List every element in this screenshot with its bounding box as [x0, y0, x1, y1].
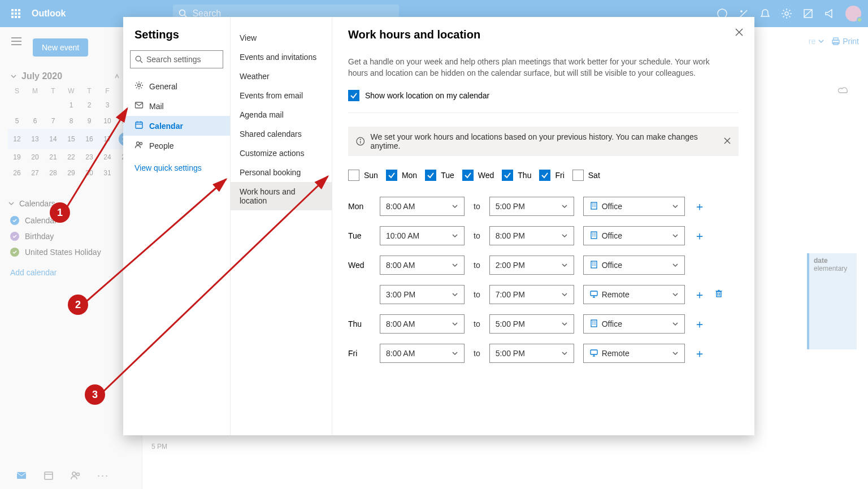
svg-point-34	[137, 142, 140, 145]
checkbox[interactable]	[502, 170, 513, 181]
start-time-select[interactable]: 8:00 AM	[380, 344, 465, 363]
settings-dialog: Settings Search settings General Mail Ca…	[123, 17, 754, 435]
add-slot-button[interactable]: ＋	[694, 346, 705, 361]
show-location-checkbox[interactable]	[348, 90, 359, 101]
add-slot-button[interactable]: ＋	[694, 199, 705, 214]
end-time-select[interactable]: 7:00 PM	[489, 285, 574, 304]
day-toggle-wed[interactable]: Wed	[462, 170, 494, 181]
settings-group-general[interactable]: General	[123, 76, 230, 96]
to-label: to	[474, 231, 480, 240]
building-icon	[589, 231, 598, 240]
monitor-icon	[589, 289, 598, 298]
day-label: Mon	[348, 202, 371, 211]
settings-sub-work hours and location[interactable]: Work hours and location	[231, 182, 332, 210]
svg-rect-30	[136, 122, 142, 128]
building-icon	[589, 319, 598, 328]
chevron-down-icon	[561, 262, 568, 269]
end-time-select[interactable]: 8:00 PM	[489, 226, 574, 245]
settings-title: Settings	[123, 28, 230, 50]
chevron-down-icon	[672, 350, 679, 357]
dismiss-info-button[interactable]	[724, 137, 731, 146]
settings-group-calendar[interactable]: Calendar	[123, 116, 230, 136]
close-button[interactable]	[735, 28, 743, 38]
start-time-select[interactable]: 8:00 AM	[380, 314, 465, 334]
start-time-select[interactable]: 8:00 AM	[380, 256, 465, 275]
start-time-select[interactable]: 3:00 PM	[380, 285, 465, 304]
check-icon	[541, 171, 549, 179]
location-select[interactable]: Remote	[583, 344, 685, 363]
chevron-down-icon	[672, 291, 679, 298]
svg-point-35	[140, 142, 142, 145]
mail-icon	[134, 101, 144, 111]
settings-sub-weather[interactable]: Weather	[231, 67, 332, 86]
day-toggle-tue[interactable]: Tue	[425, 170, 454, 181]
settings-nav: Settings Search settings General Mail Ca…	[123, 17, 231, 435]
chevron-down-icon	[561, 350, 568, 357]
checkbox[interactable]	[462, 170, 474, 181]
settings-search[interactable]: Search settings	[130, 50, 223, 68]
chevron-down-icon	[672, 321, 679, 327]
svg-line-27	[140, 60, 142, 63]
svg-rect-29	[136, 102, 143, 108]
chevron-down-icon	[561, 321, 568, 327]
location-select[interactable]: Office	[583, 226, 685, 245]
svg-rect-79	[591, 350, 597, 354]
svg-rect-50	[591, 232, 597, 239]
settings-sub-customize actions[interactable]: Customize actions	[231, 144, 332, 163]
check-icon	[464, 171, 472, 179]
settings-sub-agenda mail[interactable]: Agenda mail	[231, 105, 332, 124]
page-title: Work hours and location	[348, 28, 739, 41]
checkbox[interactable]	[348, 170, 359, 181]
settings-sub-view[interactable]: View	[231, 28, 332, 47]
check-icon	[427, 171, 435, 179]
day-toggle-sat[interactable]: Sat	[572, 170, 600, 181]
page-description: Get a handle on your week and help other…	[348, 56, 710, 79]
start-time-select[interactable]: 8:00 AM	[380, 197, 465, 216]
add-slot-button[interactable]: ＋	[694, 228, 705, 244]
settings-sub-events and invitations[interactable]: Events and invitations	[231, 47, 332, 67]
close-icon	[735, 28, 743, 36]
end-time-select[interactable]: 2:00 PM	[489, 256, 574, 275]
day-toggle-fri[interactable]: Fri	[539, 170, 564, 181]
hours-row-thu: Thu 8:00 AM to 5:00 PM Office ＋	[348, 314, 739, 334]
settings-sub-shared calendars[interactable]: Shared calendars	[231, 124, 332, 144]
annotation-badge-2: 2	[68, 295, 88, 315]
check-icon	[388, 171, 396, 179]
svg-rect-64	[591, 291, 597, 296]
svg-rect-43	[591, 202, 597, 209]
people-icon	[134, 140, 144, 151]
end-time-select[interactable]: 5:00 PM	[489, 344, 574, 363]
building-icon	[589, 201, 598, 210]
start-time-select[interactable]: 10:00 AM	[380, 226, 465, 245]
svg-point-40	[360, 139, 361, 140]
add-slot-button[interactable]: ＋	[694, 317, 705, 332]
checkbox[interactable]	[425, 170, 436, 181]
checkbox[interactable]	[572, 170, 584, 181]
chevron-down-icon	[452, 291, 458, 298]
end-time-select[interactable]: 5:00 PM	[489, 197, 574, 216]
settings-group-people[interactable]: People	[123, 136, 230, 155]
add-slot-button[interactable]: ＋	[694, 287, 705, 302]
location-select[interactable]: Office	[583, 197, 685, 216]
location-select[interactable]: Office	[583, 314, 685, 334]
day-toggle-thu[interactable]: Thu	[502, 170, 531, 181]
day-toggle-mon[interactable]: Mon	[386, 170, 417, 181]
end-time-select[interactable]: 5:00 PM	[489, 314, 574, 334]
chevron-down-icon	[452, 232, 458, 239]
to-label: to	[474, 290, 480, 299]
quick-settings-link[interactable]: View quick settings	[123, 155, 230, 180]
hours-row-mon: Mon 8:00 AM to 5:00 PM Office ＋	[348, 197, 739, 216]
settings-sub-personal booking[interactable]: Personal booking	[231, 163, 332, 182]
settings-sub-events from email[interactable]: Events from email	[231, 86, 332, 105]
day-toggle-sun[interactable]: Sun	[348, 170, 378, 181]
chevron-down-icon	[672, 232, 679, 239]
delete-slot-button[interactable]	[714, 289, 723, 300]
hours-row-fri: Fri 8:00 AM to 5:00 PM Remote ＋	[348, 344, 739, 363]
chevron-down-icon	[672, 203, 679, 210]
location-select[interactable]: Office	[583, 256, 685, 275]
settings-group-mail[interactable]: Mail	[123, 96, 230, 116]
svg-rect-67	[717, 292, 721, 297]
checkbox[interactable]	[386, 170, 397, 181]
location-select[interactable]: Remote	[583, 285, 685, 304]
checkbox[interactable]	[539, 170, 550, 181]
